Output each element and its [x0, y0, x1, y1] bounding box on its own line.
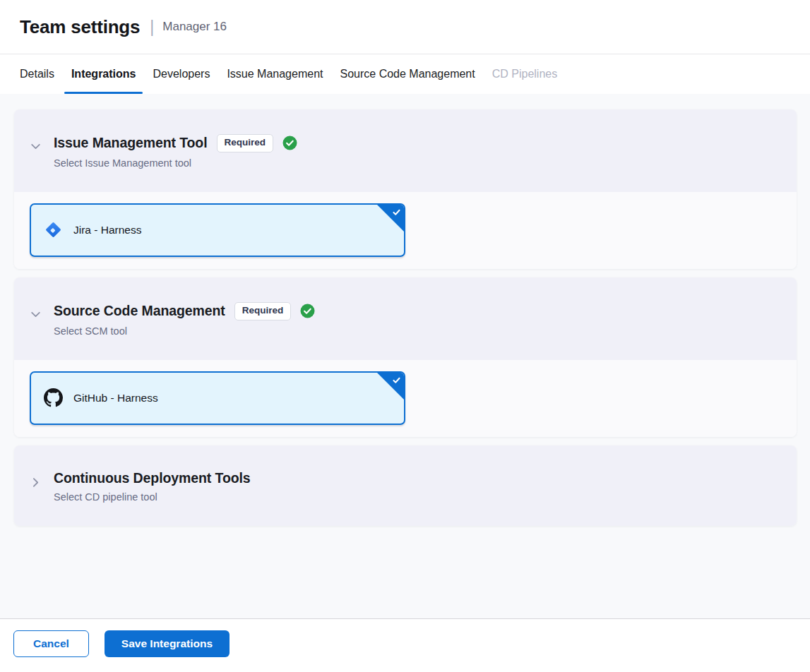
section-title: Source Code Management [54, 303, 225, 319]
context-label: Manager 16 [162, 20, 227, 34]
tab-source-code-management[interactable]: Source Code Management [333, 54, 482, 94]
section-title: Continuous Deployment Tools [54, 470, 251, 486]
section-issue-management-body: Jira - Harness [14, 192, 797, 269]
section-scm-header[interactable]: Source Code Management Required Select S… [14, 277, 797, 360]
tab-details[interactable]: Details [13, 54, 61, 94]
chevron-right-icon[interactable] [30, 476, 42, 488]
green-check-circle-icon [282, 136, 297, 150]
chevron-down-icon[interactable] [30, 308, 42, 320]
integrations-content: Issue Management Tool Required Select Is… [0, 94, 810, 618]
section-header-text: Source Code Management Required Select S… [54, 302, 315, 337]
page-header: Team settings | Manager 16 [0, 0, 810, 54]
footer-action-bar: Cancel Save Integrations [0, 618, 810, 672]
section-subtitle: Select SCM tool [54, 325, 315, 337]
chevron-down-icon[interactable] [30, 140, 42, 152]
tool-name: Jira - Harness [73, 224, 141, 236]
section-issue-management-header[interactable]: Issue Management Tool Required Select Is… [14, 109, 797, 192]
github-icon [44, 388, 63, 407]
tab-integrations[interactable]: Integrations [64, 54, 143, 94]
tab-bar: Details Integrations Developers Issue Ma… [0, 54, 810, 94]
tool-card-jira[interactable]: Jira - Harness [30, 203, 405, 257]
required-badge: Required [234, 302, 292, 320]
section-subtitle: Select CD pipeline tool [54, 491, 251, 503]
tool-name: GitHub - Harness [73, 392, 158, 404]
selected-check-icon [392, 376, 401, 385]
tab-issue-management[interactable]: Issue Management [220, 54, 330, 94]
section-header-text: Issue Management Tool Required Select Is… [54, 134, 297, 169]
selected-check-icon [392, 208, 401, 217]
green-check-circle-icon [300, 304, 315, 318]
section-issue-management-tool: Issue Management Tool Required Select Is… [14, 109, 797, 269]
title-separator: | [150, 18, 154, 37]
jira-icon [44, 220, 63, 239]
section-cd-header[interactable]: Continuous Deployment Tools Select CD pi… [14, 445, 797, 526]
required-badge: Required [217, 134, 274, 152]
save-integrations-button[interactable]: Save Integrations [105, 630, 230, 657]
tab-cd-pipelines: CD Pipelines [485, 54, 564, 94]
section-source-code-management: Source Code Management Required Select S… [14, 277, 797, 437]
cancel-button[interactable]: Cancel [13, 630, 89, 657]
tool-card-github[interactable]: GitHub - Harness [30, 371, 405, 425]
section-scm-body: GitHub - Harness [14, 360, 797, 437]
tab-developers[interactable]: Developers [145, 54, 217, 94]
section-title: Issue Management Tool [54, 135, 208, 151]
page-title: Team settings [20, 16, 140, 38]
section-subtitle: Select Issue Management tool [54, 157, 297, 169]
section-header-text: Continuous Deployment Tools Select CD pi… [54, 470, 251, 503]
section-continuous-deployment-tools: Continuous Deployment Tools Select CD pi… [14, 445, 797, 526]
